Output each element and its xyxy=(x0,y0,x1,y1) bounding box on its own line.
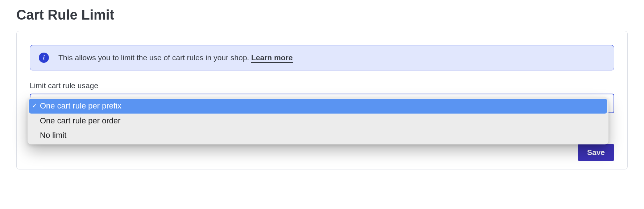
dropdown-option-no-limit[interactable]: No limit xyxy=(29,128,607,143)
limit-usage-label: Limit cart rule usage xyxy=(30,81,614,90)
info-text: This allows you to limit the use of cart… xyxy=(58,53,293,62)
info-icon: i xyxy=(39,53,49,63)
limit-usage-select-wrap: ✓ One cart rule per prefix One cart rule… xyxy=(30,94,614,113)
save-button[interactable]: Save xyxy=(578,144,614,161)
dropdown-option-label: One cart rule per order xyxy=(40,116,121,125)
learn-more-link[interactable]: Learn more xyxy=(251,53,292,63)
dropdown-option-label: One cart rule per prefix xyxy=(40,101,121,110)
check-icon: ✓ xyxy=(32,102,37,110)
settings-card: i This allows you to limit the use of ca… xyxy=(16,31,628,169)
actions-row: Save xyxy=(30,144,614,161)
info-banner: i This allows you to limit the use of ca… xyxy=(30,45,614,70)
dropdown-option-per-order[interactable]: One cart rule per order xyxy=(29,114,607,128)
limit-usage-dropdown: ✓ One cart rule per prefix One cart rule… xyxy=(28,97,608,144)
info-text-body: This allows you to limit the use of cart… xyxy=(58,53,251,62)
dropdown-option-per-prefix[interactable]: ✓ One cart rule per prefix xyxy=(29,99,607,114)
page-title: Cart Rule Limit xyxy=(16,7,628,23)
dropdown-option-label: No limit xyxy=(40,131,66,140)
